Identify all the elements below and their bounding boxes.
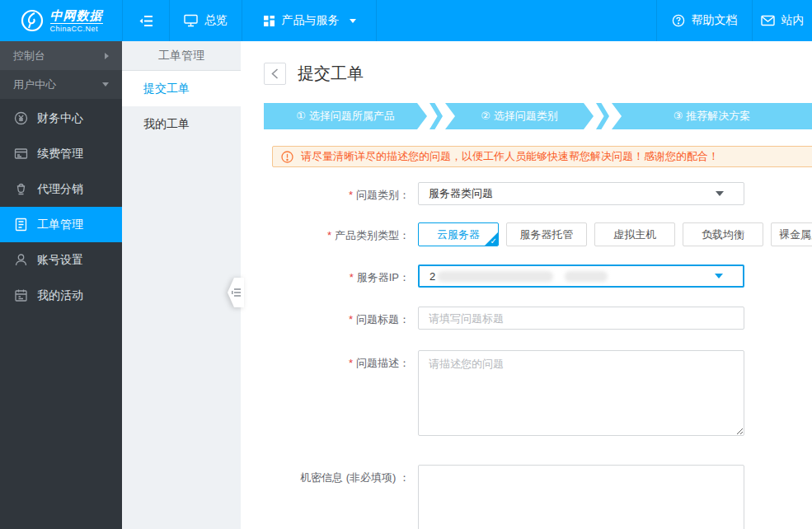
sidebar-item-activity[interactable]: 我的活动 xyxy=(0,278,122,313)
collapse-handle-icon xyxy=(232,288,241,297)
finance-icon xyxy=(14,111,28,125)
category-select[interactable]: 服务器类问题 xyxy=(418,182,744,205)
server-ip-label: *服务器IP： xyxy=(264,264,418,288)
grid-icon xyxy=(263,15,275,27)
submenu-item-my-tickets[interactable]: 我的工单 xyxy=(122,106,241,142)
required-mark: * xyxy=(349,189,353,201)
sidebar-item-label: 账号设置 xyxy=(37,253,83,268)
sidebar-item-finance[interactable]: 财务中心 xyxy=(0,101,122,136)
chevron-down-icon xyxy=(102,82,109,87)
sidebar-item-label: 工单管理 xyxy=(37,218,83,232)
nav-products[interactable]: 产品与服务 xyxy=(242,0,377,41)
submenu-collapse-handle[interactable] xyxy=(228,278,244,307)
product-type-group: 云服务器 ✓ 服务器托管 虚拟主机 负载均衡 裸金属服务器 xyxy=(418,222,812,246)
sidebar-item-workorder[interactable]: 工单管理 xyxy=(0,207,122,242)
menu-fold-button[interactable] xyxy=(123,0,170,41)
sidebar: 控制台 用户中心 财务中心 xyxy=(0,41,122,529)
user-icon xyxy=(14,253,28,267)
nav-help-label: 帮助文档 xyxy=(692,13,738,28)
submenu-header: 工单管理 xyxy=(122,41,241,71)
sidebar-item-label: 我的活动 xyxy=(37,288,83,303)
issue-description-textarea[interactable] xyxy=(418,350,744,436)
issue-description-label: *问题描述： xyxy=(264,350,418,436)
censored-blur xyxy=(565,271,608,282)
secret-info-textarea[interactable] xyxy=(418,465,744,529)
chevron-down-icon xyxy=(350,19,356,23)
sidebar-group-console[interactable]: 控制台 xyxy=(0,41,122,70)
sidebar-item-agent[interactable]: 代理分销 xyxy=(0,171,122,207)
issue-title-label: *问题标题： xyxy=(264,307,418,330)
chevron-down-icon xyxy=(716,191,724,196)
ticket-form: *问题类别： 服务器类问题 *产品类别类型： 云服务器 ✓ 服务器托管 xyxy=(264,182,812,529)
nav-overview[interactable]: 总览 xyxy=(170,0,242,41)
main-content: 提交工单 ① 选择问题所属产品 ② 选择问题类别 ③ 推荐解决方案 请尽量清晰详… xyxy=(241,41,812,529)
nav-site-mail[interactable]: 站内 xyxy=(753,0,812,41)
category-label: *问题类别： xyxy=(264,182,418,205)
monitor-icon xyxy=(184,14,198,27)
logo[interactable]: 中网数据 ChinaCC.Net xyxy=(0,0,123,41)
nav-mail-label: 站内 xyxy=(781,13,805,28)
server-ip-value: 2 xyxy=(429,270,435,283)
required-mark: * xyxy=(350,271,354,283)
sidebar-item-account[interactable]: 账号设置 xyxy=(0,242,122,278)
check-icon: ✓ xyxy=(490,237,497,246)
product-type-load-balancer[interactable]: 负载均衡 xyxy=(683,222,763,246)
chevron-down-icon xyxy=(715,274,723,279)
warning-circle-icon xyxy=(281,151,293,163)
notice-banner: 请尽量清晰详尽的描述您的问题，以便工作人员能够快速帮您解决问题！感谢您的配合！ xyxy=(272,146,812,167)
product-type-virtual-host[interactable]: 虚拟主机 xyxy=(594,222,675,246)
nav-help-docs[interactable]: 帮助文档 xyxy=(657,0,753,41)
submenu-item-submit-ticket[interactable]: 提交工单 xyxy=(122,71,241,106)
sidebar-group-user-center-label: 用户中心 xyxy=(13,77,56,92)
submenu-panel: 工单管理 提交工单 我的工单 xyxy=(122,41,241,529)
step-3: ③ 推荐解决方案 xyxy=(612,103,812,129)
category-select-value: 服务器类问题 xyxy=(429,186,493,201)
sidebar-item-label: 财务中心 xyxy=(37,111,83,126)
menu-fold-icon xyxy=(139,15,153,27)
billing-card-icon xyxy=(14,147,28,161)
chevron-right-icon xyxy=(105,53,109,59)
question-circle-icon xyxy=(672,14,685,27)
server-ip-select[interactable]: 2 xyxy=(418,264,744,288)
nav-products-label: 产品与服务 xyxy=(282,13,340,28)
step-1: ① 选择问题所属产品 xyxy=(264,103,427,129)
topbar-spacer xyxy=(377,0,657,41)
sidebar-item-renewal[interactable]: 续费管理 xyxy=(0,136,122,171)
step-arrow-icon xyxy=(429,103,443,129)
product-type-cloud-server[interactable]: 云服务器 ✓ xyxy=(418,222,499,246)
step-arrow-icon xyxy=(596,103,609,129)
censored-blur xyxy=(438,271,553,282)
back-button[interactable] xyxy=(264,63,286,85)
logo-icon xyxy=(20,8,45,33)
sidebar-group-console-label: 控制台 xyxy=(13,49,45,63)
sidebar-item-label: 代理分销 xyxy=(37,182,83,197)
nav-overview-label: 总览 xyxy=(204,13,228,28)
logo-subtitle: ChinaCC.Net xyxy=(50,26,103,33)
step-2: ② 选择问题类别 xyxy=(445,103,594,129)
envelope-icon xyxy=(761,15,775,26)
page-title: 提交工单 xyxy=(298,63,364,85)
logo-title: 中网数据 xyxy=(50,9,103,24)
sidebar-group-user-center[interactable]: 用户中心 xyxy=(0,70,122,99)
product-type-label: *产品类别类型： xyxy=(264,222,418,246)
required-mark: * xyxy=(349,313,353,325)
notice-text: 请尽量清晰详尽的描述您的问题，以便工作人员能够快速帮您解决问题！感谢您的配合！ xyxy=(301,149,719,164)
agent-cup-icon xyxy=(14,182,28,196)
work-order-icon xyxy=(14,218,28,232)
steps-bar: ① 选择问题所属产品 ② 选择问题类别 ③ 推荐解决方案 xyxy=(264,103,812,129)
required-mark: * xyxy=(349,357,353,369)
topbar: 中网数据 ChinaCC.Net 总览 xyxy=(0,0,812,41)
product-type-bare-metal[interactable]: 裸金属服务器 xyxy=(771,222,812,246)
issue-title-input[interactable] xyxy=(418,307,744,330)
sidebar-item-label: 续费管理 xyxy=(37,147,83,162)
secret-info-label: 机密信息 (非必填项) ： xyxy=(264,465,418,529)
product-type-server-hosting[interactable]: 服务器托管 xyxy=(506,222,587,246)
calendar-icon xyxy=(14,288,28,302)
required-mark: * xyxy=(327,229,331,241)
